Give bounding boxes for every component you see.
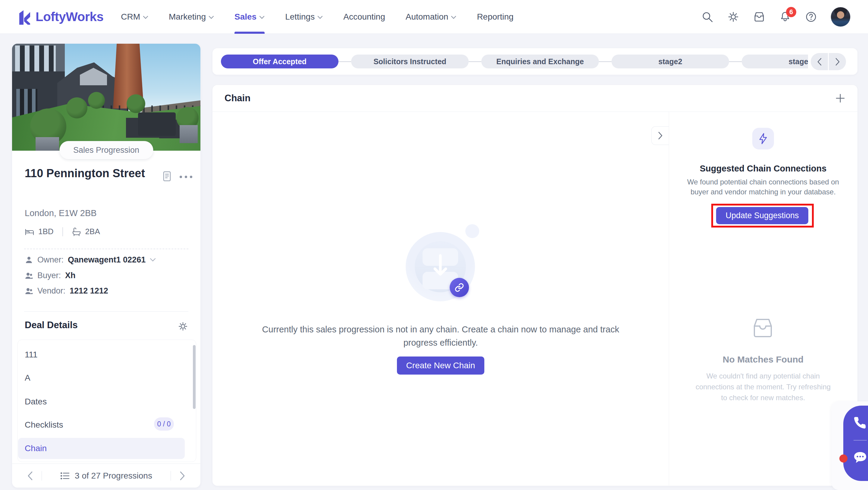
widget-divider [854, 440, 867, 440]
nav-automation[interactable]: Automation [406, 0, 457, 34]
deal-details-gear-icon[interactable] [178, 321, 188, 332]
stage-label: stage2 [658, 57, 682, 66]
checklists-count-badge: 0 / 0 [154, 417, 174, 431]
phone-icon[interactable] [853, 416, 867, 430]
sidebar-item-label: A [25, 373, 30, 383]
stage-enquiries-and-exchange[interactable]: Enquiries and Exchange [481, 55, 599, 68]
stage-connector [729, 61, 742, 62]
nav-marketing[interactable]: Marketing [169, 0, 214, 34]
illustration-dot [465, 224, 479, 238]
stage-scroll-controls [811, 53, 846, 70]
property-sidebar-card: Sales Progression 110 Pennington Street … [12, 44, 200, 488]
inbox-icon[interactable] [753, 10, 766, 23]
search-icon[interactable] [701, 10, 714, 23]
nav-automation-label: Automation [406, 12, 448, 22]
pager-divider [41, 471, 42, 481]
stage-stage2[interactable]: stage2 [612, 55, 729, 68]
no-matches-text: We couldn't find any potential chain con… [692, 371, 834, 403]
people-icon [25, 287, 33, 295]
suggestions-description: We found potential chain connections bas… [685, 177, 841, 197]
section-divider [24, 311, 188, 312]
sidebar-item-a[interactable]: A [25, 367, 30, 389]
nav-marketing-label: Marketing [169, 12, 206, 22]
owner-value: Qanewagent1 02261 [68, 255, 146, 265]
dashed-divider [24, 249, 188, 249]
photo-planter [180, 125, 198, 143]
pager-prev-icon[interactable] [27, 471, 33, 481]
property-photo [12, 44, 200, 151]
people-icon [25, 272, 33, 280]
stage-stage3[interactable]: stage3 [742, 55, 808, 68]
progressions-pager: 3 of 27 Progressions [12, 463, 200, 488]
stage-label: Enquiries and Exchange [496, 57, 584, 66]
property-title: 110 Pennington Street [25, 164, 157, 182]
photo-furniture [138, 113, 176, 136]
top-navigation-bar: LoftyWorks CRM Marketing Sales Lettings … [0, 0, 868, 34]
document-copy-icon[interactable] [161, 171, 172, 182]
owner-label: Owner: [37, 255, 64, 265]
deal-details-heading: Deal Details [25, 320, 78, 331]
chevron-down-icon[interactable] [150, 258, 156, 262]
sidebar-item-chain[interactable]: Chain [18, 438, 185, 459]
photo-bush [66, 97, 87, 118]
stage-label: Offer Accepted [253, 57, 307, 66]
nav-lettings-label: Lettings [285, 12, 315, 22]
help-icon[interactable] [805, 10, 817, 23]
nav-accounting-label: Accounting [343, 12, 385, 22]
stage-offer-accepted[interactable]: Offer Accepted [221, 55, 338, 68]
nav-crm[interactable]: CRM [121, 0, 148, 34]
chain-header: Chain [213, 85, 858, 112]
vendor-label: Vendor: [37, 286, 65, 296]
chain-link-icon [450, 278, 469, 297]
stage-connector [338, 61, 351, 62]
buyer-row: Buyer: Xh [25, 271, 76, 280]
empty-chain-message: Currently this sales progression is not … [254, 323, 627, 349]
gear-icon[interactable] [727, 10, 740, 23]
sidebar-item-111[interactable]: 111 [25, 344, 38, 365]
sidebar-item-label: Chain [25, 443, 47, 453]
chevron-down-icon [259, 16, 265, 19]
nav-reporting[interactable]: Reporting [477, 0, 513, 34]
create-new-chain-button[interactable]: Create New Chain [397, 357, 484, 375]
add-chain-icon[interactable] [835, 93, 845, 103]
sidebar-item-dates[interactable]: Dates [25, 391, 47, 412]
empty-chain-illustration [406, 224, 480, 301]
contact-widget [843, 406, 868, 481]
bath-icon [72, 227, 82, 236]
nav-lettings[interactable]: Lettings [285, 0, 323, 34]
loftyworks-logo[interactable]: LoftyWorks [18, 9, 103, 25]
update-suggestions-button[interactable]: Update Suggestions [716, 207, 808, 224]
spec-divider [62, 227, 63, 236]
stage-pills-track: Offer Accepted Solicitors Instructed Enq… [221, 55, 808, 68]
main-nav: CRM Marketing Sales Lettings Accounting … [121, 0, 514, 34]
nav-accounting[interactable]: Accounting [343, 0, 385, 34]
collapse-panel-icon[interactable] [651, 126, 669, 145]
sidebar-item-label: Dates [25, 397, 47, 406]
notifications-bell-icon[interactable]: 6 [779, 10, 792, 23]
stage-solicitors-instructed[interactable]: Solicitors Instructed [351, 55, 469, 68]
stage-connector [469, 61, 481, 62]
photo-planter [36, 137, 59, 151]
sidebar-scrollbar[interactable] [193, 345, 195, 409]
photo-bush [127, 94, 145, 113]
suggestions-title: Suggested Chain Connections [669, 164, 858, 174]
stage-scroll-left-icon[interactable] [811, 53, 828, 70]
more-options-icon[interactable] [180, 176, 192, 178]
pager-next-icon[interactable] [179, 471, 185, 481]
chain-card: Chain [213, 85, 858, 486]
loftyworks-logo-icon [18, 9, 31, 25]
property-specs: 1BD 2BA [25, 227, 100, 236]
stage-scroll-right-icon[interactable] [829, 53, 846, 70]
nav-sales[interactable]: Sales [235, 0, 265, 34]
owner-row: Owner: Qanewagent1 02261 [25, 255, 156, 265]
chat-icon[interactable] [853, 451, 867, 465]
notification-count-badge: 6 [786, 7, 796, 17]
sidebar-item-checklists[interactable]: Checklists [25, 415, 63, 435]
lightning-icon [752, 128, 774, 150]
suggestions-panel: Suggested Chain Connections We found pot… [669, 112, 858, 486]
stage-connector [599, 61, 612, 62]
brand-name: LoftyWorks [36, 10, 103, 24]
user-avatar[interactable] [831, 7, 850, 27]
nav-reporting-label: Reporting [477, 12, 513, 22]
chain-heading: Chain [224, 93, 250, 104]
